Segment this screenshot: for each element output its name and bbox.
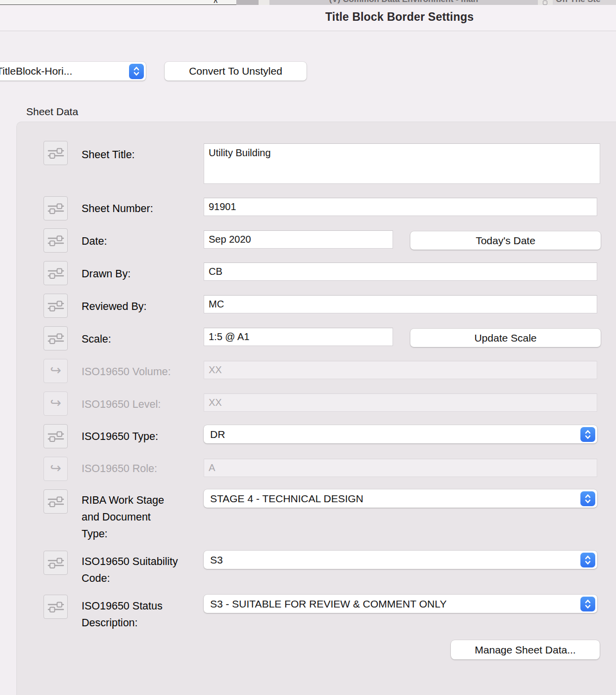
- reviewed-by-field[interactable]: [204, 295, 597, 313]
- curved-arrow-icon: ↪: [50, 396, 61, 410]
- cde-favicon-icon: (V): [329, 0, 341, 4]
- iso19650-role-label: ISO19650 Role:: [82, 460, 178, 477]
- manage-sheet-data-button[interactable]: Manage Sheet Data...: [451, 640, 600, 659]
- popup-stepper-icon: [580, 553, 595, 567]
- reviewed-by-label: Reviewed By:: [82, 298, 178, 315]
- titleblock-style-popup[interactable]: 850-TitleBlock-Hori...: [0, 62, 146, 81]
- iso19650-type-label: ISO19650 Type:: [82, 428, 178, 445]
- popup-stepper-icon: [129, 64, 144, 79]
- sliders-icon: [46, 300, 65, 312]
- new-tab-icon[interactable]: [543, 0, 547, 5]
- field-options-button-disabled: ↪: [44, 359, 68, 383]
- riba-work-stage-popup[interactable]: STAGE 4 - TECHNICAL DESIGN: [204, 489, 597, 508]
- field-options-button-disabled: ↪: [44, 457, 68, 481]
- sheet-data-section-label: Sheet Data: [26, 106, 78, 118]
- sliders-icon: [46, 147, 65, 160]
- field-options-button[interactable]: [44, 141, 68, 165]
- iso19650-status-description-popup[interactable]: S3 - SUITABLE FOR REVIEW & COMMENT ONLY: [204, 595, 597, 613]
- iso19650-volume-field: [204, 361, 597, 379]
- iso19650-level-label: ISO19650 Level:: [82, 396, 178, 413]
- iso19650-volume-label: ISO19650 Volume:: [82, 363, 178, 380]
- field-options-button[interactable]: [44, 228, 68, 253]
- iso19650-type-popup[interactable]: DR: [204, 425, 597, 443]
- popup-stepper-icon: [580, 491, 595, 506]
- iso19650-role-field: [204, 459, 597, 477]
- update-scale-button[interactable]: Update Scale: [410, 329, 601, 347]
- iso19650-status-description-value: S3 - SUITABLE FOR REVIEW & COMMENT ONLY: [204, 598, 446, 610]
- background-window-strip: ^ (V) Common Data Environment - man Off …: [0, 0, 616, 5]
- sliders-icon: [46, 495, 65, 508]
- iso19650-type-value: DR: [204, 429, 225, 440]
- field-options-button[interactable]: [44, 196, 68, 220]
- sheet-title-label: Sheet Title:: [82, 146, 178, 163]
- field-options-button[interactable]: [44, 489, 68, 514]
- curved-arrow-icon: ↪: [50, 364, 61, 377]
- drawn-by-field[interactable]: [204, 262, 597, 281]
- background-toolbar-edge: [0, 0, 236, 5]
- todays-date-label: Today's Date: [476, 235, 535, 247]
- browser-tab-off-the-shelf[interactable]: Off The Ste: [553, 0, 616, 5]
- riba-work-stage-label: RIBA Work Stage and Document Type:: [82, 492, 178, 542]
- background-tab-gap: [259, 0, 269, 5]
- sliders-icon: [46, 601, 65, 613]
- sliders-icon: [46, 202, 65, 215]
- iso19650-level-field: [204, 393, 597, 412]
- iso19650-suitability-code-popup[interactable]: S3: [204, 551, 597, 569]
- update-scale-label: Update Scale: [474, 332, 536, 344]
- field-options-button-disabled: ↪: [44, 391, 68, 416]
- date-field[interactable]: [204, 230, 393, 249]
- background-tab-divider: [236, 0, 259, 5]
- manage-sheet-data-label: Manage Sheet Data...: [475, 644, 575, 656]
- tab-label: Common Data Environment - man: [343, 0, 478, 4]
- field-options-button[interactable]: [44, 551, 68, 575]
- iso19650-status-description-label: ISO19650 Status Description:: [82, 598, 178, 631]
- sheet-title-field[interactable]: Utility Building: [204, 143, 600, 184]
- tab-label: Off The Ste: [556, 0, 616, 4]
- riba-work-stage-value: STAGE 4 - TECHNICAL DESIGN: [204, 493, 363, 505]
- sliders-icon: [46, 430, 65, 443]
- sliders-icon: [46, 557, 65, 569]
- dialog-titlebar: Title Block Border Settings: [0, 5, 616, 31]
- scale-field[interactable]: [204, 328, 393, 346]
- convert-to-unstyled-button[interactable]: Convert To Unstyled: [165, 62, 307, 81]
- iso19650-suitability-code-label: ISO19650 Suitability Code:: [82, 553, 178, 587]
- title-block-border-settings-dialog: ^ (V) Common Data Environment - man Off …: [0, 0, 616, 695]
- convert-to-unstyled-label: Convert To Unstyled: [189, 65, 282, 77]
- sheet-number-field[interactable]: [204, 198, 597, 216]
- field-options-button[interactable]: [44, 424, 68, 448]
- scroll-up-chevron-icon[interactable]: ^: [214, 0, 218, 5]
- scale-label: Scale:: [82, 331, 178, 348]
- curved-arrow-icon: ↪: [50, 462, 61, 475]
- field-options-button[interactable]: [44, 261, 68, 285]
- dialog-title: Title Block Border Settings: [325, 10, 474, 24]
- sliders-icon: [46, 267, 65, 280]
- field-options-button[interactable]: [44, 294, 68, 318]
- field-options-button[interactable]: [44, 326, 68, 350]
- iso19650-suitability-code-value: S3: [204, 554, 223, 566]
- popup-stepper-icon: [580, 427, 595, 442]
- popup-stepper-icon: [580, 597, 595, 611]
- sliders-icon: [46, 332, 65, 345]
- field-options-button[interactable]: [44, 595, 68, 619]
- sliders-icon: [46, 234, 65, 247]
- browser-tab-cde[interactable]: (V) Common Data Environment - man: [269, 0, 538, 5]
- titleblock-style-popup-value: 850-TitleBlock-Hori...: [0, 65, 72, 77]
- drawn-by-label: Drawn By:: [82, 265, 178, 282]
- sheet-number-label: Sheet Number:: [82, 200, 178, 217]
- date-label: Date:: [82, 233, 178, 250]
- todays-date-button[interactable]: Today's Date: [410, 231, 601, 250]
